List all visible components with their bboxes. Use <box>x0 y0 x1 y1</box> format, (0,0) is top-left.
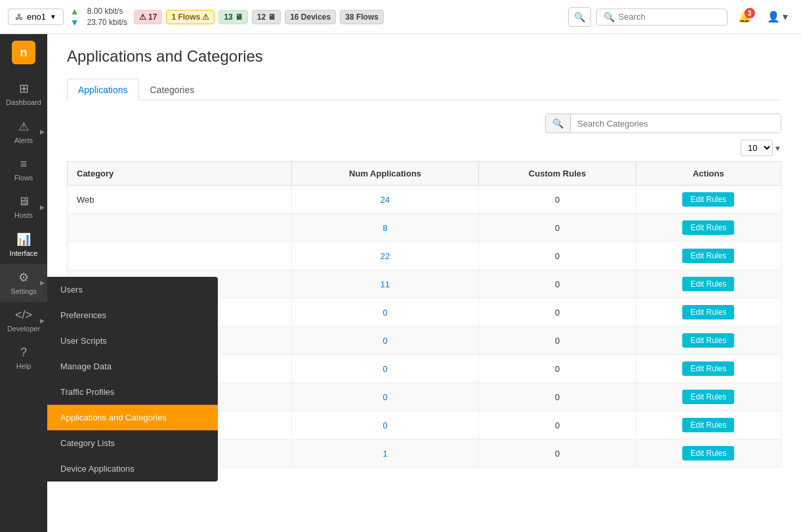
developer-icon: </> <box>15 308 32 322</box>
monitor-icon: 🖥 <box>268 12 276 22</box>
cell-num-apps[interactable]: 24 <box>291 186 479 214</box>
edit-rules-button[interactable]: Edit Rules <box>682 390 734 404</box>
cell-num-apps[interactable]: 0 <box>291 298 479 327</box>
cell-num-apps[interactable]: 0 <box>291 383 479 411</box>
tab-applications[interactable]: Applications <box>67 79 139 100</box>
cell-num-apps[interactable]: 1 <box>291 440 479 468</box>
sidebar-label-settings: Settings <box>10 287 37 295</box>
menu-item-preferences[interactable]: Preferences <box>47 302 218 328</box>
cell-custom-rules: 0 <box>479 242 636 270</box>
sidebar-item-help[interactable]: ? Help <box>0 339 47 377</box>
notification-badge: 3 <box>745 8 755 18</box>
badge-monitor[interactable]: 12 🖥 <box>252 10 281 24</box>
badge-green[interactable]: 13 🖥 <box>218 10 247 24</box>
alert-icon: ⚠ <box>139 12 146 22</box>
cell-category <box>68 242 292 270</box>
traffic-arrows: ▲ ▼ 8.00 kbit/s 23.70 kbit/s <box>70 6 127 28</box>
table-header: Category Num Applications Custom Rules A… <box>68 162 781 186</box>
cell-actions: Edit Rules <box>636 214 781 242</box>
col-num-applications: Num Applications <box>291 162 479 186</box>
menu-item-users[interactable]: Users <box>47 277 218 302</box>
pagination-selector: 10 25 50 ▼ <box>67 140 781 156</box>
edit-rules-button[interactable]: Edit Rules <box>682 305 734 319</box>
hosts-chevron-icon: ▶ <box>40 204 45 211</box>
developer-chevron-icon: ▶ <box>40 317 45 324</box>
table-row: 80Edit Rules <box>68 214 781 242</box>
cell-num-apps[interactable]: 0 <box>291 411 479 440</box>
flows-warning-text: 1 Flows <box>171 12 200 22</box>
edit-rules-button[interactable]: Edit Rules <box>682 192 734 207</box>
cell-num-apps[interactable]: 0 <box>291 355 479 383</box>
chevron-down-icon: ▼ <box>50 13 56 20</box>
sidebar-label-hosts: Hosts <box>14 211 33 219</box>
traffic-stats: 8.00 kbit/s 23.70 kbit/s <box>87 6 127 28</box>
settings-chevron-icon: ▶ <box>40 279 45 286</box>
menu-item-applications-categories[interactable]: Applications and Categories <box>47 405 218 430</box>
cell-num-apps[interactable]: 8 <box>291 214 479 242</box>
sidebar-item-developer[interactable]: </> Developer ▶ <box>0 302 47 339</box>
sidebar-label-developer: Developer <box>7 325 40 333</box>
edit-rules-button[interactable]: Edit Rules <box>682 418 734 432</box>
cell-category <box>68 214 292 242</box>
cell-custom-rules: 0 <box>479 440 636 468</box>
badge-flows[interactable]: 38 Flows <box>340 10 384 24</box>
cell-custom-rules: 0 <box>479 186 636 214</box>
edit-rules-button[interactable]: Edit Rules <box>682 277 734 291</box>
cell-custom-rules: 0 <box>479 355 636 383</box>
col-custom-rules: Custom Rules <box>479 162 636 186</box>
sidebar-label-flows: Flows <box>14 174 33 182</box>
menu-item-device-applications[interactable]: Device Applications <box>47 456 218 481</box>
arrow-down-icon: ▼ <box>70 17 79 28</box>
menu-item-user-scripts[interactable]: User Scripts <box>47 328 218 354</box>
sidebar-item-settings[interactable]: ⚙ Settings ▶ <box>0 264 47 302</box>
sidebar-label-interface: Interface <box>10 249 38 257</box>
cell-num-apps[interactable]: 0 <box>291 327 479 355</box>
flows-text: 38 Flows <box>345 12 379 22</box>
menu-item-category-lists[interactable]: Category Lists <box>47 430 218 456</box>
sidebar-item-hosts[interactable]: 🖥 Hosts ▶ <box>0 188 47 226</box>
cell-actions: Edit Rules <box>636 383 781 411</box>
sidebar-item-dashboard[interactable]: ⊞ Dashboard <box>0 75 47 113</box>
cell-actions: Edit Rules <box>636 327 781 355</box>
edit-rules-button[interactable]: Edit Rules <box>682 361 734 376</box>
sidebar-item-flows[interactable]: ≡ Flows <box>0 151 47 188</box>
cell-num-apps[interactable]: 11 <box>291 270 479 298</box>
badge-devices[interactable]: 16 Devices <box>285 10 336 24</box>
page-size-select[interactable]: 10 25 50 <box>741 140 773 156</box>
cell-num-apps[interactable]: 22 <box>291 242 479 270</box>
cell-actions: Edit Rules <box>636 440 781 468</box>
edit-rules-button[interactable]: Edit Rules <box>682 333 734 348</box>
cell-custom-rules: 0 <box>479 411 636 440</box>
cell-custom-rules: 0 <box>479 270 636 298</box>
cell-custom-rules: 0 <box>479 383 636 411</box>
menu-item-manage-data[interactable]: Manage Data <box>47 354 218 379</box>
search-input[interactable] <box>619 12 720 22</box>
category-search-input[interactable] <box>571 115 781 133</box>
interface-selector[interactable]: 🖧 eno1 ▼ <box>8 9 64 25</box>
traffic-down: 23.70 kbit/s <box>87 17 127 28</box>
cell-custom-rules: 0 <box>479 327 636 355</box>
table-row: 220Edit Rules <box>68 242 781 270</box>
sidebar-item-interface[interactable]: 📊 Interface <box>0 226 47 264</box>
settings-icon: ⚙ <box>18 270 29 285</box>
table-controls: 🔍 <box>67 113 781 133</box>
cell-custom-rules: 0 <box>479 298 636 327</box>
search-button[interactable]: 🔍 <box>568 7 591 27</box>
tab-categories[interactable]: Categories <box>139 79 206 100</box>
cell-actions: Edit Rules <box>636 298 781 327</box>
menu-item-traffic-profiles[interactable]: Traffic Profiles <box>47 379 218 405</box>
notifications-button[interactable]: 🔔 3 <box>733 8 756 26</box>
edit-rules-button[interactable]: Edit Rules <box>682 249 734 263</box>
edit-rules-button[interactable]: Edit Rules <box>682 446 734 460</box>
status-badges: ⚠ 17 1 Flows ⚠ 13 🖥 12 🖥 16 Devices 38 F… <box>134 10 384 24</box>
sidebar-item-alerts[interactable]: ⚠ Alerts ▶ <box>0 113 47 151</box>
badge-alert[interactable]: ⚠ 17 <box>134 10 162 24</box>
chevron-icon: ▶ <box>40 129 45 135</box>
search-icon: 🔍 <box>604 12 615 22</box>
badge-flows-warning[interactable]: 1 Flows ⚠ <box>166 10 215 24</box>
interface-name: eno1 <box>27 12 46 22</box>
edit-rules-button[interactable]: Edit Rules <box>682 220 734 235</box>
user-menu-button[interactable]: 👤 ▾ <box>762 8 793 26</box>
table-search-icon-button[interactable]: 🔍 <box>546 114 571 133</box>
devices-text: 16 Devices <box>290 12 331 22</box>
